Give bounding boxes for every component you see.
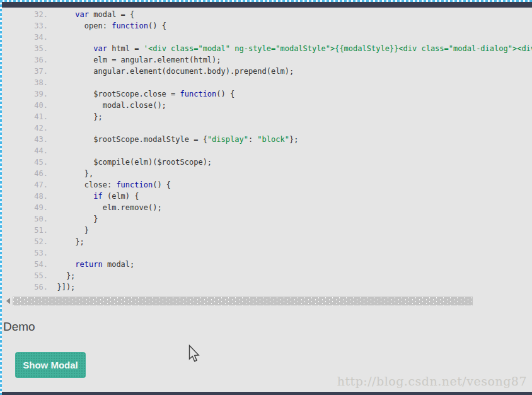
code-line: 41. };: [0, 111, 532, 122]
code-text: }]);: [48, 281, 75, 293]
code-line: 34.: [0, 32, 532, 43]
code-text: open: function() {: [48, 20, 166, 32]
code-line: 37. angular.element(document.body).prepe…: [0, 66, 532, 77]
line-number: 53.: [0, 247, 48, 259]
selection-dashed-border-top: [0, 0, 532, 2]
code-line: 50. }: [0, 213, 532, 225]
line-number: 51.: [0, 225, 48, 236]
code-line: 33. open: function() {: [0, 20, 532, 32]
demo-heading: Demo: [3, 320, 35, 334]
code-text: $rootScope.modalStyle = {"display": "blo…: [48, 134, 298, 145]
bottom-bar: [0, 392, 532, 395]
code-line: 40. modal.close();: [0, 100, 532, 111]
code-line: 55. };: [0, 270, 532, 281]
code-text: };: [48, 236, 84, 247]
code-line: 36. elm = angular.element(html);: [0, 54, 532, 66]
code-text: },: [48, 168, 93, 179]
line-number: 55.: [0, 270, 48, 281]
scrollbar-thumb[interactable]: [13, 297, 473, 305]
line-number: 35.: [0, 43, 48, 54]
line-number: 56.: [0, 281, 48, 293]
code-text: modal.close();: [48, 100, 166, 111]
code-line: 48. if (elm) {: [0, 191, 532, 202]
code-line: 35. var html = '<div class="modal" ng-st…: [0, 43, 532, 54]
code-text: elm.remove();: [48, 202, 162, 213]
code-text: angular.element(document.body).prepend(e…: [48, 66, 294, 77]
code-text: return modal;: [48, 259, 134, 270]
code-line: 47. close: function() {: [0, 179, 532, 191]
line-number: 36.: [0, 54, 48, 66]
code-line: 43. $rootScope.modalStyle = {"display": …: [0, 134, 532, 145]
line-number: 40.: [0, 100, 48, 111]
code-line: 53.: [0, 247, 532, 259]
scroll-left-arrow-icon[interactable]: [6, 298, 10, 304]
code-line: 46. },: [0, 168, 532, 179]
line-number: 52.: [0, 236, 48, 247]
show-modal-button[interactable]: Show Modal: [15, 352, 86, 378]
line-number: 45.: [0, 156, 48, 168]
code-text: }: [48, 225, 89, 236]
code-text: elm = angular.element(html);: [48, 54, 221, 66]
line-number: 44.: [0, 145, 48, 156]
code-line: 51. }: [0, 225, 532, 236]
code-text: }: [48, 213, 98, 225]
code-line: 44.: [0, 145, 532, 156]
code-line: 54. return modal;: [0, 259, 532, 270]
watermark-url: http://blog.csdn.net/vesong87: [337, 374, 527, 388]
line-number: 39.: [0, 88, 48, 100]
line-number: 37.: [0, 66, 48, 77]
line-number: 54.: [0, 259, 48, 270]
code-block: 32. var modal = {33. open: function() {3…: [0, 8, 532, 293]
line-number: 49.: [0, 202, 48, 213]
horizontal-scrollbar[interactable]: [3, 295, 530, 307]
selection-dashed-border-left: [0, 0, 2, 395]
code-line: 38.: [0, 77, 532, 88]
top-bar: [0, 1, 532, 8]
code-text: var html = '<div class="modal" ng-style=…: [48, 43, 532, 54]
code-line: 49. elm.remove();: [0, 202, 532, 213]
code-line: 42.: [0, 122, 532, 134]
code-text: close: function() {: [48, 179, 171, 191]
mouse-cursor-icon: [188, 345, 200, 363]
code-text: $compile(elm)($rootScope);: [48, 156, 212, 168]
line-number: 32.: [0, 9, 48, 20]
line-number: 41.: [0, 111, 48, 122]
line-number: 50.: [0, 213, 48, 225]
code-line: 45. $compile(elm)($rootScope);: [0, 156, 532, 168]
code-text: };: [48, 270, 75, 281]
line-number: 43.: [0, 134, 48, 145]
page: 32. var modal = {33. open: function() {3…: [0, 0, 532, 395]
code-line: 32. var modal = {: [0, 9, 532, 20]
line-number: 46.: [0, 168, 48, 179]
line-number: 48.: [0, 191, 48, 202]
code-text: var modal = {: [48, 9, 134, 20]
line-number: 47.: [0, 179, 48, 191]
line-number: 34.: [0, 32, 48, 43]
code-text: };: [48, 111, 103, 122]
code-line: 52. };: [0, 236, 532, 247]
line-number: 38.: [0, 77, 48, 88]
line-number: 42.: [0, 122, 48, 134]
code-text: if (elm) {: [48, 191, 139, 202]
line-number: 33.: [0, 20, 48, 32]
code-line: 56. }]);: [0, 281, 532, 293]
code-line: 39. $rootScope.close = function() {: [0, 88, 532, 100]
code-text: $rootScope.close = function() {: [48, 88, 234, 100]
